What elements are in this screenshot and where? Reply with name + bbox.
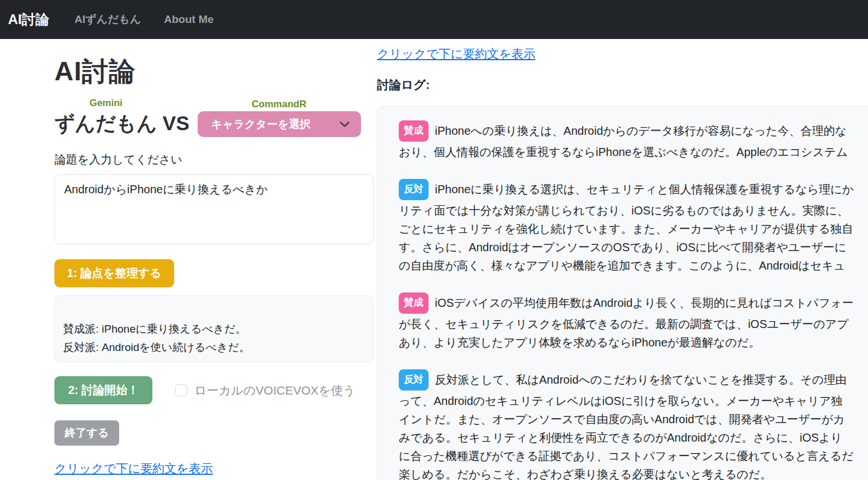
page-title: AI討論 [54, 54, 374, 89]
log-message: 賛成iOSデバイスの平均使用年数はAndroidより長く、長期的に見ればコストパ… [399, 294, 868, 352]
fighter-left: Gemini ずんだもん VS [54, 97, 190, 137]
start-row: 2: 討論開始！ ローカルのVOICEVOXを使う [54, 376, 374, 404]
fighter-right: CommandR キャラクターを選択 [198, 99, 361, 137]
show-summary-link-top[interactable]: クリックで下に要約文を表示 [377, 46, 535, 62]
versus-row: Gemini ずんだもん VS CommandR キャラクターを選択 [54, 97, 374, 137]
log-message: 反対iPhoneに乗り換える選択は、セキュリティと個人情報保護を重視するなら理に… [399, 180, 868, 275]
navbar-brand[interactable]: AI討論 [8, 10, 49, 29]
voicevox-checkbox-label[interactable]: ローカルのVOICEVOXを使う [194, 383, 355, 399]
end-button[interactable]: 終了する [54, 420, 119, 446]
nav-item-about-me[interactable]: About Me [164, 13, 214, 26]
log-message-text: iPhoneに乗り換える選択は、セキュリティと個人情報保護を重視するなら理にか … [399, 183, 854, 272]
con-badge: 反対 [399, 369, 429, 391]
log-message-text: 反対派として、私はAndroidへのこだわりを捨てないことを推奨する。その理由 … [399, 373, 854, 480]
log-message: 賛成iPhoneへの乗り換えは、Androidからのデータ移行が容易になった今、… [399, 122, 868, 161]
navbar: AI討論 AIずんだもん About Me [0, 0, 868, 39]
fighter-left-name: ずんだもん VS [54, 110, 190, 137]
log-header-area: クリックで下に要約文を表示 討論ログ: [377, 39, 868, 93]
debate-points-box: 賛成派: iPhoneに乗り換えるべきだ。 反対派: Androidを使い続ける… [54, 295, 374, 362]
fighter-left-model-label: Gemini [54, 97, 158, 109]
character-select-dropdown[interactable]: キャラクターを選択 [198, 111, 361, 137]
topic-input-label: 論題を入力してください [54, 152, 374, 167]
organize-points-button[interactable]: 1: 論点を整理する [54, 259, 174, 287]
pro-badge: 賛成 [399, 292, 429, 314]
debate-log-panel: 賛成iPhoneへの乗り換えは、Androidからのデータ移行が容易になった今、… [377, 106, 868, 480]
topic-input[interactable] [54, 174, 374, 244]
control-panel: AI討論 Gemini ずんだもん VS CommandR キャラクターを選択 … [54, 39, 374, 477]
start-debate-button[interactable]: 2: 討論開始！ [54, 376, 152, 404]
voicevox-checkbox[interactable] [175, 384, 187, 396]
character-select-label: キャラクターを選択 [211, 117, 311, 132]
log-message-text: iPhoneへの乗り換えは、Androidからのデータ移行が容易になった今、合理… [399, 124, 848, 158]
nav-item-ai-zundamon[interactable]: AIずんだもん [74, 12, 141, 27]
log-message-text: iOSデバイスの平均使用年数はAndroidより長く、長期的に見ればコストパフォ… [399, 296, 854, 349]
show-summary-link-left[interactable]: クリックで下に要約文を表示 [54, 461, 213, 477]
fighter-right-model-label: CommandR [198, 99, 361, 110]
log-message: 反対反対派として、私はAndroidへのこだわりを捨てないことを推奨する。その理… [399, 370, 868, 480]
chevron-down-icon [340, 122, 349, 127]
debate-log-heading: 討論ログ: [377, 77, 868, 93]
pro-badge: 賛成 [399, 120, 429, 142]
con-badge: 反対 [399, 179, 429, 200]
